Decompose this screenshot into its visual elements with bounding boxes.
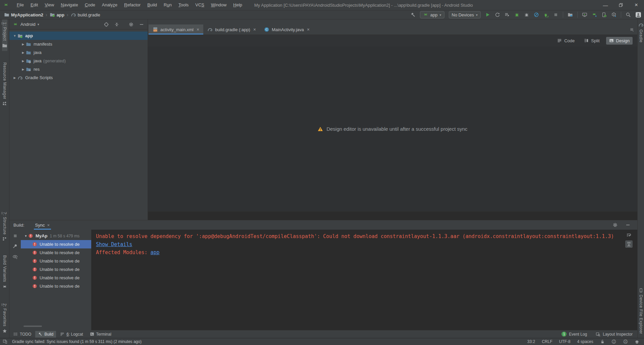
- profile-avatar[interactable]: [635, 12, 641, 18]
- debug-icon[interactable]: [514, 12, 520, 17]
- close-icon[interactable]: ×: [47, 223, 50, 228]
- menu-help[interactable]: Help: [230, 0, 246, 10]
- sdk-manager-icon[interactable]: [592, 12, 597, 17]
- caret-position[interactable]: 33:2: [527, 339, 535, 344]
- menu-navigate[interactable]: Navigate: [57, 0, 81, 10]
- lock-icon[interactable]: [600, 339, 605, 344]
- build-settings-gear-icon[interactable]: [612, 222, 618, 228]
- build-tool-button[interactable]: Build: [35, 331, 56, 338]
- tool-strip-device-file-explorer[interactable]: Device File Explorer: [639, 285, 643, 337]
- chevron-collapsed-icon[interactable]: ▶: [20, 68, 26, 71]
- search-everywhere-icon[interactable]: [626, 12, 631, 17]
- apply-changes-icon[interactable]: [495, 12, 500, 17]
- terminal-tool-button[interactable]: Terminal: [87, 331, 114, 338]
- project-tree-item-java[interactable]: ▶java(generated): [9, 57, 148, 65]
- soft-wrap-icon[interactable]: [626, 232, 632, 238]
- run-config-selector[interactable]: app ▾: [420, 11, 444, 18]
- breadcrumb-item[interactable]: app: [50, 12, 64, 17]
- line-ending-indicator[interactable]: CRLF: [542, 339, 552, 344]
- close-button[interactable]: ×: [629, 0, 644, 10]
- collapse-all-icon[interactable]: [114, 22, 119, 27]
- device-selector[interactable]: No Devices ▾: [449, 11, 481, 18]
- chevron-expanded-icon[interactable]: ▼: [12, 34, 17, 38]
- tool-strip-1-project[interactable]: 1: Project: [2, 19, 7, 51]
- encoding-indicator[interactable]: UTF-8: [559, 339, 571, 344]
- pin-icon[interactable]: [12, 243, 18, 249]
- locate-file-icon[interactable]: [104, 22, 109, 27]
- project-tree-item-manifests[interactable]: ▶manifests: [9, 40, 148, 48]
- menu-file[interactable]: File: [13, 0, 27, 10]
- menu-edit[interactable]: Edit: [27, 0, 41, 10]
- show-details-link[interactable]: Show Details: [96, 241, 132, 247]
- incognito-icon[interactable]: [635, 339, 639, 344]
- logcat-tool-button[interactable]: 6: Logcat: [57, 331, 86, 338]
- menu-view[interactable]: View: [41, 0, 57, 10]
- breadcrumb-item[interactable]: MyApplication2: [4, 12, 43, 17]
- suspend-icon[interactable]: [13, 234, 17, 238]
- view-options-icon[interactable]: [12, 254, 18, 260]
- menu-vcs[interactable]: VCS: [192, 0, 208, 10]
- affected-module-link[interactable]: app: [151, 249, 160, 255]
- sad-face-icon[interactable]: ☹: [623, 339, 628, 344]
- tool-strip-resource-manager[interactable]: Resource Manager: [2, 60, 7, 108]
- mode-code-button[interactable]: Code: [554, 37, 578, 45]
- apply-code-changes-icon[interactable]: [504, 12, 510, 17]
- chevron-collapsed-icon[interactable]: ▶: [20, 43, 26, 46]
- layout-inspector-button[interactable]: Layout Inspector: [596, 332, 633, 337]
- build-error-item[interactable]: Unable to resolve de: [21, 240, 91, 248]
- editor-tab-build-gradle-app-[interactable]: build.gradle (:app)×: [203, 24, 260, 35]
- build-error-item[interactable]: Unable to resolve de: [21, 265, 91, 274]
- build-error-item[interactable]: Unable to resolve de: [21, 257, 91, 265]
- build-tree-root[interactable]: ▼MyAp1 m 58 s 479 ms: [21, 232, 91, 240]
- mode-split-button[interactable]: Split: [581, 37, 602, 45]
- chevron-expanded-icon[interactable]: ▼: [23, 234, 28, 238]
- menu-analyze[interactable]: Analyze: [99, 0, 121, 10]
- scroll-to-end-icon[interactable]: [625, 240, 633, 248]
- tool-strip-7-structure[interactable]: 7: Structure: [2, 209, 7, 244]
- build-error-item[interactable]: Unable to resolve de: [21, 248, 91, 257]
- menu-build[interactable]: Build: [144, 0, 160, 10]
- restore-button[interactable]: [613, 0, 629, 10]
- close-icon[interactable]: ×: [307, 27, 310, 32]
- project-tree-item-app[interactable]: ▼app: [9, 32, 148, 40]
- chevron-collapsed-icon[interactable]: ▶: [12, 76, 17, 79]
- sdk-download-icon[interactable]: [611, 12, 616, 17]
- todo-tool-button[interactable]: TODO: [11, 331, 34, 338]
- run-button-icon[interactable]: [485, 12, 490, 17]
- hide-panel-icon[interactable]: [139, 22, 144, 27]
- indent-indicator[interactable]: 4 spaces: [577, 339, 593, 344]
- breadcrumb-item[interactable]: build.gradle: [71, 12, 100, 17]
- tabs-list-icon[interactable]: [630, 27, 634, 32]
- editor-tab-activity-main-xml[interactable]: </>activity_main.xml×: [149, 24, 203, 35]
- menu-tools[interactable]: Tools: [175, 0, 192, 10]
- hide-build-panel-icon[interactable]: [625, 222, 631, 228]
- project-tree-item-res[interactable]: ▶res: [9, 65, 148, 73]
- build-error-item[interactable]: Unable to resolve de: [21, 282, 91, 290]
- horizontal-scrollbar[interactable]: [23, 326, 42, 327]
- menu-run[interactable]: Run: [160, 0, 175, 10]
- build-error-item[interactable]: Unable to resolve de: [21, 274, 91, 282]
- profiler-icon[interactable]: [534, 12, 539, 17]
- tool-strip-gradle[interactable]: Gradle: [638, 19, 644, 45]
- sync-tab[interactable]: Sync ×: [34, 220, 51, 230]
- menu-window[interactable]: Window: [208, 0, 230, 10]
- happy-face-icon[interactable]: ☺: [611, 339, 616, 344]
- tool-windows-icon[interactable]: [3, 339, 7, 344]
- mode-design-button[interactable]: Design: [606, 37, 633, 45]
- project-structure-icon[interactable]: [568, 12, 573, 17]
- chevron-down-icon[interactable]: ▾: [38, 22, 39, 26]
- chevron-collapsed-icon[interactable]: ▶: [20, 59, 26, 63]
- project-tree-item-java[interactable]: ▶java: [9, 48, 148, 57]
- project-tree-item-gradle-scripts[interactable]: ▶Gradle Scripts: [9, 73, 148, 82]
- build-hammer-icon[interactable]: [410, 12, 416, 17]
- project-view-selector[interactable]: Android: [20, 22, 36, 27]
- device-manager-icon[interactable]: [601, 12, 607, 17]
- close-icon[interactable]: ×: [253, 27, 256, 32]
- minimize-button[interactable]: —: [598, 0, 613, 10]
- menu-refactor[interactable]: Refactor: [121, 0, 144, 10]
- settings-gear-icon[interactable]: [128, 22, 134, 27]
- close-icon[interactable]: ×: [197, 27, 199, 32]
- menu-code[interactable]: Code: [82, 0, 99, 10]
- event-log-button[interactable]: 1 Event Log: [561, 332, 587, 337]
- tool-strip-2-favorites[interactable]: 2: Favorites: [2, 301, 7, 336]
